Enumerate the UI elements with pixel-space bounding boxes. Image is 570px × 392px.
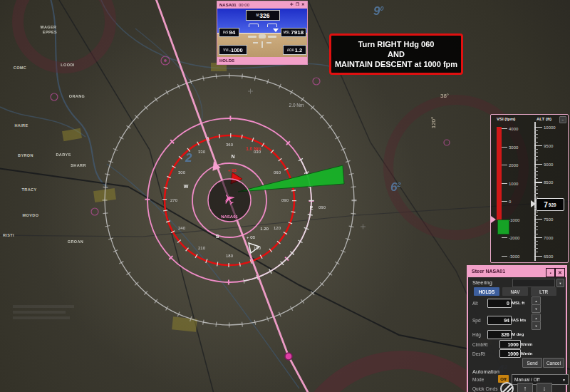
steering-section-label: Steering <box>472 279 492 286</box>
map-label: DARYS <box>56 153 71 157</box>
pfd-heading-value: 326 <box>259 12 269 19</box>
pfd-ias-label: IAS <box>223 31 229 34</box>
traffic-near-alt-label: + 03 <box>228 168 237 172</box>
pfd-popout-icon[interactable]: ❐ <box>296 2 299 6</box>
tab-nav[interactable]: NAV <box>502 287 528 296</box>
pfd-heading-box: M 326 <box>246 10 280 21</box>
spd-field-label: Spd <box>472 318 481 323</box>
climb-rate-label: ClmbRt <box>472 342 488 347</box>
compass-label: 330 <box>198 150 205 154</box>
panel-minimize-button[interactable]: − <box>559 116 566 123</box>
mef-figure: 62 <box>390 180 400 195</box>
map-label: WAGER <box>41 25 57 29</box>
descend-quick-button[interactable]: ↓ <box>537 383 552 392</box>
tab-holds[interactable]: HOLDS <box>474 287 499 296</box>
compass-label: 120 <box>274 226 281 230</box>
vsi-tick-label: -1000 <box>509 218 519 222</box>
alt-readout-box: 7 920 <box>536 198 564 211</box>
steer-dialog-titlebar[interactable]: Steer NASA01 ▪ ✕ <box>468 267 566 277</box>
vsi-tick-marks <box>502 128 507 258</box>
alt-unit-label: MSL ft <box>512 301 524 305</box>
alt-spinner-down[interactable]: ▼ <box>532 304 541 313</box>
vsi-tick-label: 1000 <box>509 182 518 186</box>
vsi-tick-label: -3000 <box>509 254 519 259</box>
pfd-ra-label: RA <box>287 38 293 42</box>
vsi-current-pointer <box>491 216 496 223</box>
alt-tick-label: 9500 <box>544 144 553 148</box>
map-label: LOODI <box>61 63 74 67</box>
pfd-fd-bracket <box>249 24 259 27</box>
pfd-mode-bar: HOLDS <box>217 57 307 64</box>
ownship-callsign: NASA01 <box>221 215 238 219</box>
pfd-aoa-value: 1.2 <box>295 47 302 53</box>
automation-section-label: Automation <box>472 368 499 375</box>
instruction-line-3: MAINTAIN DESCENT at 1000 fpm <box>335 59 457 69</box>
cardinal-west: W <box>184 184 189 189</box>
alt-input[interactable]: 0 <box>487 299 512 308</box>
pfd-ias-box: IAS 94 <box>219 28 239 37</box>
vsi-command-bar <box>497 127 502 220</box>
spd-unit-label: IAS kts <box>512 318 526 322</box>
pfd-msl-value: 7918 <box>291 29 304 36</box>
vsi-tick-label: -2000 <box>509 236 519 240</box>
alt-major-ticks <box>534 127 542 259</box>
compass-label: 360 <box>226 143 233 147</box>
cardinal-north: N <box>231 154 234 159</box>
alt-tick-label: 7000 <box>544 236 553 240</box>
climb-rate-unit: ft/min <box>521 342 532 346</box>
traffic-far-range-label: 1.20 <box>260 227 269 231</box>
graticule-lon-label: 120° <box>430 117 437 129</box>
steer-dialog: Steer NASA01 ▪ ✕ Steering ▾ HOLDS NAV LT… <box>467 265 567 392</box>
compass-label: 150 <box>254 246 261 250</box>
tab-ltr[interactable]: LTR <box>531 287 556 296</box>
graticule-lat-label: 38° <box>440 93 449 99</box>
send-button[interactable]: Send <box>522 358 542 368</box>
mef-big: 2 <box>185 151 192 165</box>
cancel-button[interactable]: Cancel <box>543 358 564 368</box>
dialog-pin-icon[interactable]: ▪ <box>546 268 555 277</box>
descent-rate-input[interactable]: 1000 <box>499 349 521 358</box>
steer-dialog-title: Steer NASA01 <box>472 269 505 274</box>
hdg-field-label: Hdg <box>472 332 481 337</box>
pfd-close-icon[interactable]: ✕ <box>301 2 305 6</box>
compass-label: 090 <box>281 198 289 202</box>
pfd-vvi-value: -1000 <box>229 47 243 53</box>
hdg-unit-label: M deg <box>512 332 524 336</box>
pfd-msl-box: MSL 7918 <box>281 28 306 37</box>
outer-range-label: 2.0 Nm <box>289 103 304 108</box>
loiter-icon[interactable] <box>500 382 514 392</box>
dialog-close-icon[interactable]: ✕ <box>555 268 565 277</box>
steering-preset-dropdown[interactable] <box>512 279 555 287</box>
descent-rate-unit: ft/min <box>521 351 532 356</box>
pfd-aoa-label: AOA <box>287 48 294 52</box>
alt-readout-pointer <box>531 200 536 207</box>
map-label: BYRON <box>18 153 33 158</box>
pfd-horizon-caret-icon <box>273 29 279 32</box>
alt-tick-label: 6500 <box>544 254 553 259</box>
pfd-aircraft-symbol <box>247 33 279 48</box>
climb-rate-input[interactable]: 1000 <box>499 340 521 349</box>
inner-range-label: 1.0 Nm <box>246 146 261 151</box>
pfd-panel: NASA01 00:00 ✛ ❐ ✕ M 326 IAS 94 <box>217 1 307 64</box>
vsi-target-marker[interactable] <box>497 220 509 234</box>
mode-label: Mode <box>472 377 484 382</box>
route-waypoint-dot[interactable] <box>285 353 292 360</box>
pfd-fd-bracket <box>267 24 277 27</box>
spd-input[interactable]: 94 <box>487 316 512 325</box>
climb-quick-button[interactable]: ↑ <box>517 383 533 392</box>
alt-tick-label: 9000 <box>544 163 553 167</box>
vsi-tick-label: 3000 <box>509 145 518 150</box>
spd-spinner-down[interactable]: ▼ <box>532 321 541 330</box>
pfd-heading-unit: M <box>256 14 259 17</box>
vsi-tick-label: 2000 <box>509 163 518 167</box>
pfd-title: NASA01 <box>219 3 237 7</box>
hdg-input[interactable]: 326 <box>487 330 512 339</box>
pfd-titlebar[interactable]: NASA01 00:00 ✛ ❐ ✕ <box>217 1 307 9</box>
steering-expand-button[interactable]: ▾ <box>556 279 564 287</box>
mef-sup: 0 <box>380 5 383 12</box>
map-label: HAIRE <box>14 123 28 128</box>
commanded-heading-wedge <box>238 165 344 192</box>
pfd-ra-readout: RA 0 <box>287 38 296 42</box>
map-label: SHARR <box>71 163 86 167</box>
pfd-pin-icon[interactable]: ✛ <box>290 2 294 6</box>
